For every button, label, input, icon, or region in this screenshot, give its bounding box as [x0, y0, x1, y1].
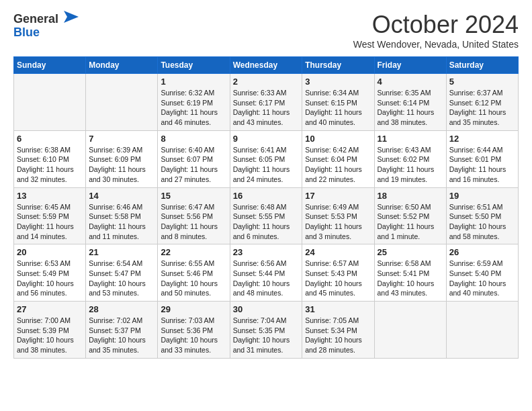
- day-cell: 3Sunrise: 6:34 AM Sunset: 6:15 PM Daylig…: [302, 74, 374, 131]
- day-info: Sunrise: 6:48 AM Sunset: 5:55 PM Dayligh…: [233, 202, 300, 242]
- day-info: Sunrise: 7:04 AM Sunset: 5:35 PM Dayligh…: [233, 316, 300, 355]
- day-number: 30: [233, 304, 300, 314]
- day-info: Sunrise: 6:50 AM Sunset: 5:52 PM Dayligh…: [378, 202, 443, 242]
- calendar-container: General Blue October 2024 West Wendover,…: [0, 0, 532, 369]
- day-number: 23: [233, 247, 300, 257]
- day-cell: 23Sunrise: 6:56 AM Sunset: 5:44 PM Dayli…: [230, 244, 302, 302]
- day-cell: 29Sunrise: 7:03 AM Sunset: 5:36 PM Dayli…: [158, 302, 230, 359]
- weekday-header-tuesday: Tuesday: [158, 57, 230, 74]
- day-cell: 8Sunrise: 6:40 AM Sunset: 6:07 PM Daylig…: [158, 130, 230, 187]
- day-number: 18: [378, 191, 443, 201]
- day-number: 15: [161, 191, 226, 201]
- day-info: Sunrise: 6:47 AM Sunset: 5:56 PM Dayligh…: [161, 202, 226, 242]
- svg-marker-0: [64, 11, 79, 23]
- day-number: 13: [17, 191, 83, 201]
- day-number: 29: [161, 304, 226, 314]
- day-cell: [14, 74, 86, 131]
- day-cell: 7Sunrise: 6:39 AM Sunset: 6:09 PM Daylig…: [86, 130, 158, 187]
- day-info: Sunrise: 6:56 AM Sunset: 5:44 PM Dayligh…: [233, 259, 300, 298]
- day-info: Sunrise: 6:57 AM Sunset: 5:43 PM Dayligh…: [305, 259, 371, 298]
- day-number: 22: [161, 247, 226, 257]
- day-number: 1: [161, 77, 226, 87]
- day-cell: 19Sunrise: 6:51 AM Sunset: 5:50 PM Dayli…: [446, 187, 518, 244]
- day-cell: 20Sunrise: 6:53 AM Sunset: 5:49 PM Dayli…: [14, 244, 86, 302]
- day-number: 10: [305, 134, 371, 144]
- day-info: Sunrise: 6:54 AM Sunset: 5:47 PM Dayligh…: [89, 259, 154, 298]
- day-number: 6: [17, 134, 83, 144]
- day-number: 28: [89, 304, 154, 314]
- day-number: 26: [449, 247, 515, 257]
- day-number: 17: [305, 191, 371, 201]
- day-cell: 6Sunrise: 6:38 AM Sunset: 6:10 PM Daylig…: [14, 130, 86, 187]
- day-info: Sunrise: 6:44 AM Sunset: 6:01 PM Dayligh…: [449, 145, 515, 185]
- day-info: Sunrise: 6:58 AM Sunset: 5:41 PM Dayligh…: [378, 259, 443, 298]
- day-info: Sunrise: 6:33 AM Sunset: 6:17 PM Dayligh…: [233, 88, 300, 128]
- day-number: 16: [233, 191, 300, 201]
- day-number: 5: [449, 77, 515, 87]
- weekday-header-saturday: Saturday: [446, 57, 518, 74]
- day-info: Sunrise: 6:35 AM Sunset: 6:14 PM Dayligh…: [378, 88, 443, 128]
- day-cell: 13Sunrise: 6:45 AM Sunset: 5:59 PM Dayli…: [14, 187, 86, 244]
- header: General Blue October 2024 West Wendover,…: [13, 11, 519, 50]
- logo: General Blue: [13, 11, 79, 40]
- day-info: Sunrise: 6:55 AM Sunset: 5:46 PM Dayligh…: [161, 259, 226, 298]
- logo-general: General: [13, 12, 58, 26]
- week-row-5: 27Sunrise: 7:00 AM Sunset: 5:39 PM Dayli…: [14, 302, 519, 359]
- day-cell: 10Sunrise: 6:42 AM Sunset: 6:04 PM Dayli…: [302, 130, 374, 187]
- day-info: Sunrise: 6:45 AM Sunset: 5:59 PM Dayligh…: [17, 202, 83, 242]
- day-info: Sunrise: 6:37 AM Sunset: 6:12 PM Dayligh…: [449, 88, 515, 128]
- day-cell: 27Sunrise: 7:00 AM Sunset: 5:39 PM Dayli…: [14, 302, 86, 359]
- day-number: 20: [17, 247, 83, 257]
- day-number: 11: [378, 134, 443, 144]
- day-cell: [446, 302, 518, 359]
- day-cell: 26Sunrise: 6:59 AM Sunset: 5:40 PM Dayli…: [446, 244, 518, 302]
- week-row-2: 6Sunrise: 6:38 AM Sunset: 6:10 PM Daylig…: [14, 130, 519, 187]
- weekday-header-thursday: Thursday: [302, 57, 374, 74]
- day-number: 7: [89, 134, 154, 144]
- weekday-header-sunday: Sunday: [14, 57, 86, 74]
- day-cell: 18Sunrise: 6:50 AM Sunset: 5:52 PM Dayli…: [374, 187, 446, 244]
- day-cell: 21Sunrise: 6:54 AM Sunset: 5:47 PM Dayli…: [86, 244, 158, 302]
- day-cell: 14Sunrise: 6:46 AM Sunset: 5:58 PM Dayli…: [86, 187, 158, 244]
- weekday-header-row: SundayMondayTuesdayWednesdayThursdayFrid…: [14, 57, 519, 74]
- weekday-header-wednesday: Wednesday: [230, 57, 302, 74]
- day-info: Sunrise: 7:02 AM Sunset: 5:37 PM Dayligh…: [89, 316, 154, 355]
- day-info: Sunrise: 6:38 AM Sunset: 6:10 PM Dayligh…: [17, 145, 83, 185]
- day-cell: 17Sunrise: 6:49 AM Sunset: 5:53 PM Dayli…: [302, 187, 374, 244]
- week-row-3: 13Sunrise: 6:45 AM Sunset: 5:59 PM Dayli…: [14, 187, 519, 244]
- day-cell: 24Sunrise: 6:57 AM Sunset: 5:43 PM Dayli…: [302, 244, 374, 302]
- day-cell: 5Sunrise: 6:37 AM Sunset: 6:12 PM Daylig…: [446, 74, 518, 131]
- day-number: 3: [305, 77, 371, 87]
- day-info: Sunrise: 7:00 AM Sunset: 5:39 PM Dayligh…: [17, 316, 83, 355]
- day-info: Sunrise: 6:39 AM Sunset: 6:09 PM Dayligh…: [89, 145, 154, 185]
- day-info: Sunrise: 6:40 AM Sunset: 6:07 PM Dayligh…: [161, 145, 226, 185]
- week-row-1: 1Sunrise: 6:32 AM Sunset: 6:19 PM Daylig…: [14, 74, 519, 131]
- day-number: 27: [17, 304, 83, 314]
- day-cell: 25Sunrise: 6:58 AM Sunset: 5:41 PM Dayli…: [374, 244, 446, 302]
- day-cell: [86, 74, 158, 131]
- calendar-table: SundayMondayTuesdayWednesdayThursdayFrid…: [13, 56, 519, 359]
- day-number: 2: [233, 77, 300, 87]
- day-cell: 11Sunrise: 6:43 AM Sunset: 6:02 PM Dayli…: [374, 130, 446, 187]
- day-info: Sunrise: 7:03 AM Sunset: 5:36 PM Dayligh…: [161, 316, 226, 355]
- logo-blue: Blue: [13, 26, 40, 39]
- day-info: Sunrise: 6:34 AM Sunset: 6:15 PM Dayligh…: [305, 88, 371, 128]
- location: West Wendover, Nevada, United States: [353, 39, 519, 50]
- weekday-header-friday: Friday: [374, 57, 446, 74]
- day-number: 19: [449, 191, 515, 201]
- day-number: 25: [378, 247, 443, 257]
- day-info: Sunrise: 6:59 AM Sunset: 5:40 PM Dayligh…: [449, 259, 515, 298]
- day-cell: 12Sunrise: 6:44 AM Sunset: 6:01 PM Dayli…: [446, 130, 518, 187]
- day-info: Sunrise: 6:43 AM Sunset: 6:02 PM Dayligh…: [378, 145, 443, 185]
- day-cell: [374, 302, 446, 359]
- day-number: 12: [449, 134, 515, 144]
- day-info: Sunrise: 6:46 AM Sunset: 5:58 PM Dayligh…: [89, 202, 154, 242]
- day-info: Sunrise: 6:42 AM Sunset: 6:04 PM Dayligh…: [305, 145, 371, 185]
- day-number: 9: [233, 134, 300, 144]
- day-cell: 30Sunrise: 7:04 AM Sunset: 5:35 PM Dayli…: [230, 302, 302, 359]
- day-info: Sunrise: 6:51 AM Sunset: 5:50 PM Dayligh…: [449, 202, 515, 242]
- day-cell: 31Sunrise: 7:05 AM Sunset: 5:34 PM Dayli…: [302, 302, 374, 359]
- day-number: 14: [89, 191, 154, 201]
- title-block: October 2024 West Wendover, Nevada, Unit…: [353, 11, 519, 50]
- logo-icon: [64, 11, 79, 23]
